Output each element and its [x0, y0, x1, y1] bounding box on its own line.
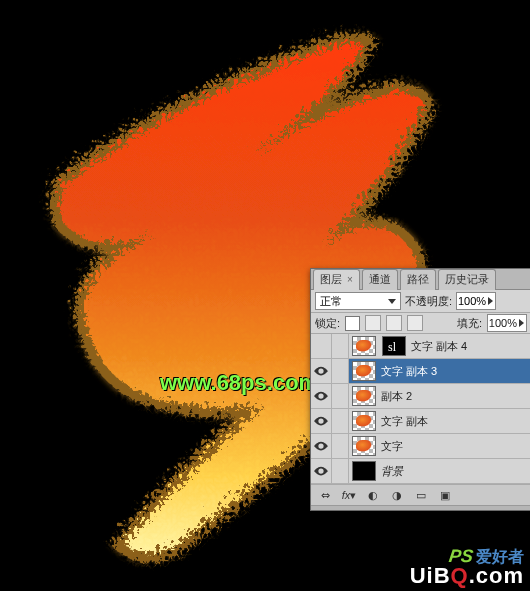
layer-row[interactable]: 文字 — [311, 434, 530, 459]
layer-thumbnail[interactable] — [352, 461, 376, 481]
link-cell[interactable] — [332, 334, 349, 358]
eye-icon — [314, 391, 328, 401]
watermark-text: www.68ps.com — [160, 370, 318, 396]
blend-opacity-row: 正常 不透明度: 100% — [311, 290, 530, 313]
layer-name[interactable]: 文字 副本 — [379, 414, 530, 429]
mask-icon[interactable]: ◐ — [365, 488, 381, 502]
fill-label: 填充: — [457, 316, 482, 331]
lock-fill-row: 锁定: 填充: 100% — [311, 313, 530, 334]
layer-name[interactable]: 背景 — [379, 464, 530, 479]
layer-mask-thumbnail[interactable]: sl — [382, 336, 406, 356]
layer-name[interactable]: 文字 副本 4 — [409, 339, 530, 354]
layer-thumbnail[interactable] — [352, 386, 376, 406]
layer-thumbnail[interactable] — [352, 436, 376, 456]
brand-site-a: UiB — [410, 563, 451, 588]
layers-panel: 图层 × 通道 路径 历史记录 正常 不透明度: 100% 锁定: — [310, 268, 530, 511]
tab-label: 图层 — [320, 273, 342, 285]
layer-row-background[interactable]: 背景 — [311, 459, 530, 484]
visibility-toggle[interactable] — [311, 359, 332, 383]
chevron-down-icon — [388, 299, 396, 304]
brand-ps: PS — [448, 547, 475, 565]
group-icon[interactable]: ▭ — [413, 488, 429, 502]
lock-label: 锁定: — [315, 316, 340, 331]
panel-resize-grip[interactable] — [311, 505, 530, 510]
visibility-toggle[interactable] — [311, 334, 332, 358]
link-cell[interactable] — [332, 384, 349, 408]
layer-thumbnail[interactable] — [352, 411, 376, 431]
canvas-viewport: www.68ps.com PS 爱好者 UiBQ.com 图层 × 通道 路径 … — [0, 0, 530, 591]
layer-thumbnail[interactable] — [352, 361, 376, 381]
lock-pixels-icon[interactable] — [365, 315, 381, 331]
link-cell[interactable] — [332, 434, 349, 458]
eye-icon — [314, 366, 328, 376]
opacity-value: 100% — [458, 295, 486, 307]
tab-label: 历史记录 — [445, 273, 489, 285]
tab-label: 路径 — [407, 273, 429, 285]
chevron-right-icon — [519, 319, 524, 327]
layer-row[interactable]: sl 文字 副本 4 — [311, 334, 530, 359]
opacity-input[interactable]: 100% — [456, 292, 496, 310]
fill-value: 100% — [489, 317, 517, 329]
brand-footer: PS 爱好者 UiBQ.com — [410, 547, 524, 585]
eye-icon — [314, 416, 328, 426]
close-icon[interactable]: × — [347, 274, 353, 285]
visibility-toggle[interactable] — [311, 384, 332, 408]
panel-tabs: 图层 × 通道 路径 历史记录 — [311, 269, 530, 290]
layer-thumbnail[interactable] — [352, 336, 376, 356]
panel-footer: ⇔ fx▾ ◐ ◑ ▭ ▣ — [311, 484, 530, 505]
brand-site-c: .com — [469, 563, 524, 588]
layer-row[interactable]: 副本 2 — [311, 384, 530, 409]
layer-row[interactable]: 文字 副本 3 — [311, 359, 530, 384]
layer-name[interactable]: 文字 — [379, 439, 530, 454]
lock-position-icon[interactable] — [386, 315, 402, 331]
fx-icon[interactable]: fx▾ — [341, 488, 357, 502]
visibility-toggle[interactable] — [311, 409, 332, 433]
fill-input[interactable]: 100% — [487, 314, 527, 332]
eye-icon — [314, 466, 328, 476]
eye-icon — [314, 441, 328, 451]
link-cell[interactable] — [332, 409, 349, 433]
tab-layers[interactable]: 图层 × — [313, 269, 360, 290]
opacity-label: 不透明度: — [405, 294, 452, 309]
layer-list: sl 文字 副本 4 文字 副本 3 副本 2 文字 副本 — [311, 334, 530, 484]
new-icon[interactable]: ▣ — [437, 488, 453, 502]
tab-paths[interactable]: 路径 — [400, 269, 436, 290]
link-icon[interactable]: ⇔ — [317, 488, 333, 502]
blend-mode-select[interactable]: 正常 — [315, 292, 401, 310]
tab-history[interactable]: 历史记录 — [438, 269, 496, 290]
layer-name[interactable]: 副本 2 — [379, 389, 530, 404]
blend-mode-value: 正常 — [320, 294, 342, 309]
visibility-toggle[interactable] — [311, 459, 332, 483]
lock-all-icon[interactable] — [407, 315, 423, 331]
tab-label: 通道 — [369, 273, 391, 285]
tab-channels[interactable]: 通道 — [362, 269, 398, 290]
lock-trans-checkbox[interactable] — [345, 316, 360, 331]
link-cell[interactable] — [332, 359, 349, 383]
layer-name[interactable]: 文字 副本 3 — [379, 364, 530, 379]
layer-row[interactable]: 文字 副本 — [311, 409, 530, 434]
adjust-icon[interactable]: ◑ — [389, 488, 405, 502]
brand-site-b: Q — [451, 563, 469, 588]
visibility-toggle[interactable] — [311, 434, 332, 458]
link-cell[interactable] — [332, 459, 349, 483]
brand-site: UiBQ.com — [410, 567, 524, 585]
chevron-right-icon — [488, 297, 493, 305]
